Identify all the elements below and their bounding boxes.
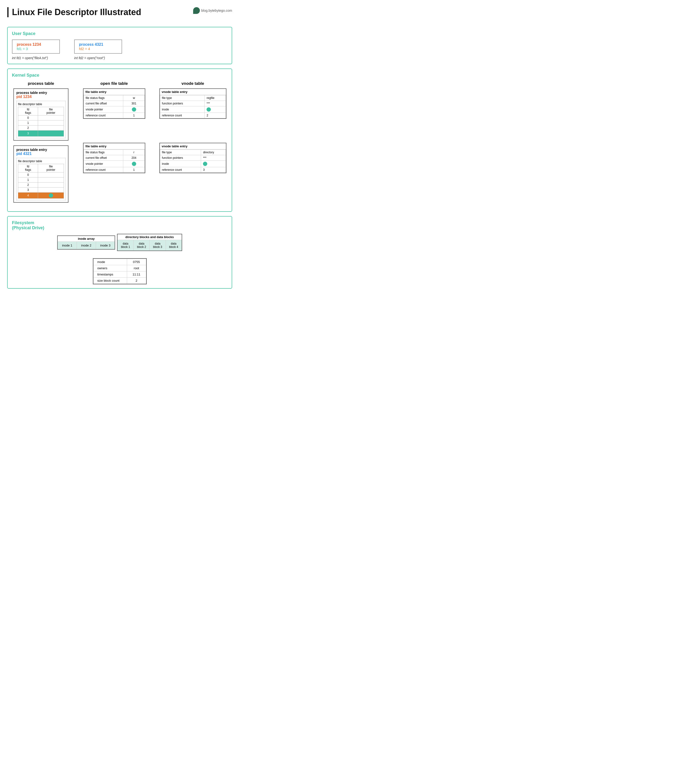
data-blocks-box: directory blocks and data blocks datablo… xyxy=(117,234,182,251)
inode-detail-label: owners xyxy=(93,265,127,272)
fte-value xyxy=(123,106,145,113)
vte1-table: file typeregfilefunction pointers***inod… xyxy=(160,95,226,119)
fs-content: inode array inode 1inode 2inode 3 direct… xyxy=(12,234,227,284)
process1-fd: fd1 = 3 xyxy=(17,47,55,51)
fte-label: file status flags xyxy=(84,150,123,155)
fd-cell: 3 xyxy=(18,130,38,137)
fte2-box: file table entry file status flagsrcurre… xyxy=(83,143,145,173)
fte-label: reference count xyxy=(84,113,123,119)
fd-table2-label: file descriptor table xyxy=(18,160,64,163)
process2-call: int fd2 = open("root") xyxy=(74,56,122,60)
open-file-table-col: open file table file table entry file st… xyxy=(79,81,149,208)
inode-cell: inode 1 xyxy=(58,242,77,249)
fte-label: vnode pointer xyxy=(84,161,123,167)
vte-value xyxy=(201,161,226,167)
vte1-title: vnode table entry xyxy=(160,89,226,95)
fte-value: 1 xyxy=(123,113,145,119)
fd-table1-label: file descriptor table xyxy=(18,102,64,106)
vte-value xyxy=(205,106,226,113)
kernel-space-label: Kernel Space xyxy=(12,73,227,78)
inode-detail-label: size block count xyxy=(93,278,127,284)
fp-cell xyxy=(38,183,64,188)
pte1-title: process table entry xyxy=(16,91,66,95)
inode-cell: inode 3 xyxy=(96,242,115,249)
data-block-cell: datablock 3 xyxy=(150,240,166,250)
user-space-content: process 1234 fd1 = 3 int fd1 = open("fil… xyxy=(12,40,227,60)
vte-value: *** xyxy=(201,155,226,161)
process2-fd: fd2 = 4 xyxy=(79,47,117,51)
col3-title: vnode table xyxy=(181,81,204,86)
logo-icon xyxy=(193,7,200,14)
fp-col-header: filepointer xyxy=(38,107,64,115)
col2-title: open file table xyxy=(100,81,128,86)
col1-title: process table xyxy=(28,81,54,86)
fte-value: w xyxy=(123,96,145,101)
inode-array-title: inode array xyxy=(58,236,115,242)
process1-box: process 1234 fd1 = 3 xyxy=(12,40,60,54)
process-table-col: process table process table entry pid 12… xyxy=(12,81,70,208)
process2-name: process 4321 xyxy=(79,43,117,47)
vte-value: 3 xyxy=(201,167,226,173)
fte1-title: file table entry xyxy=(84,89,145,95)
fte1-table: file status flagswcurrent file offset301… xyxy=(84,95,145,119)
vte-label: function pointers xyxy=(160,101,205,106)
fp-cell xyxy=(38,178,64,183)
fp-cell xyxy=(38,115,64,120)
fte-label: reference count xyxy=(84,167,123,173)
fte-value: 204 xyxy=(123,155,145,161)
pte2-box: process table entry pid 4321 file descri… xyxy=(13,145,69,203)
page-title: Linux File Descriptor Illustrated xyxy=(7,7,141,17)
fd-table2-outer: file descriptor table fdflags filepointe… xyxy=(16,158,66,200)
inode-detail-value: root xyxy=(127,265,146,272)
fp-cell xyxy=(38,125,64,130)
fd-cell: 0 xyxy=(18,115,38,120)
fte2-title: file table entry xyxy=(84,143,145,150)
kernel-inner: process table process table entry pid 12… xyxy=(12,81,227,208)
fp-cell xyxy=(38,130,64,137)
fd-cell: 2 xyxy=(18,125,38,130)
fd-table1: fdflags filepointer 0123 xyxy=(18,107,64,137)
vte-label: reference count xyxy=(160,167,201,173)
inode-detail-label: timestamps xyxy=(93,272,127,278)
fd-table2: fdflags filepointer 01234 xyxy=(18,164,64,199)
fte-label: current file offset xyxy=(84,101,123,106)
fte-value xyxy=(123,161,145,167)
vte-value: 2 xyxy=(205,113,226,119)
process1-group: process 1234 fd1 = 3 int fd1 = open("fil… xyxy=(12,40,60,60)
fd-table1-outer: file descriptor table fdflags filepointe… xyxy=(16,101,66,138)
fte2-table: file status flagsrcurrent file offset204… xyxy=(84,150,145,173)
vte-label: file type xyxy=(160,150,201,155)
fp-cell xyxy=(38,193,64,199)
process1-name: process 1234 xyxy=(17,43,55,47)
data-block-cell: datablock 1 xyxy=(118,240,133,250)
fd-cell: 0 xyxy=(18,173,38,178)
filesystem-section: Filesystem(Physical Drive) inode array i… xyxy=(7,216,232,289)
vte-label: inode xyxy=(160,106,205,113)
fte-value: 301 xyxy=(123,101,145,106)
inode-detail-value: 11:11 xyxy=(127,272,146,278)
filesystem-label: Filesystem(Physical Drive) xyxy=(12,221,227,231)
inode-cells: inode 1inode 2inode 3 xyxy=(58,242,115,249)
vte2-table: file typedirectoryfunction pointers***in… xyxy=(160,150,226,173)
fd-col-header2: fdflags xyxy=(18,164,38,173)
fp-col-header2: filepointer xyxy=(38,164,64,173)
inode-detail-label: mode xyxy=(93,259,127,265)
fte-label: file status flags xyxy=(84,96,123,101)
process2-group: process 4321 fd2 = 4 int fd2 = open("roo… xyxy=(74,40,122,60)
fd-cell: 1 xyxy=(18,120,38,125)
logo-text: blog.bytebytego.com xyxy=(201,8,232,12)
fte-value: 1 xyxy=(123,167,145,173)
pte1-box: process table entry pid 1234 file descri… xyxy=(13,88,69,141)
vte2-box: vnode table entry file typedirectoryfunc… xyxy=(159,143,227,173)
pte2-title: process table entry xyxy=(16,148,66,152)
pte2-pid: pid 4321 xyxy=(16,152,66,156)
kernel-space-section: Kernel Space process table process table… xyxy=(7,69,232,212)
vte-value: directory xyxy=(201,150,226,155)
user-space-label: User Space xyxy=(12,31,227,36)
fte-value: r xyxy=(123,150,145,155)
fd-col-header: fdflags xyxy=(18,107,38,115)
fte1-box: file table entry file status flagswcurre… xyxy=(83,88,145,119)
fte-label: vnode pointer xyxy=(84,106,123,113)
vte-label: reference count xyxy=(160,113,205,119)
user-space-section: User Space process 1234 fd1 = 3 int fd1 … xyxy=(7,27,232,64)
